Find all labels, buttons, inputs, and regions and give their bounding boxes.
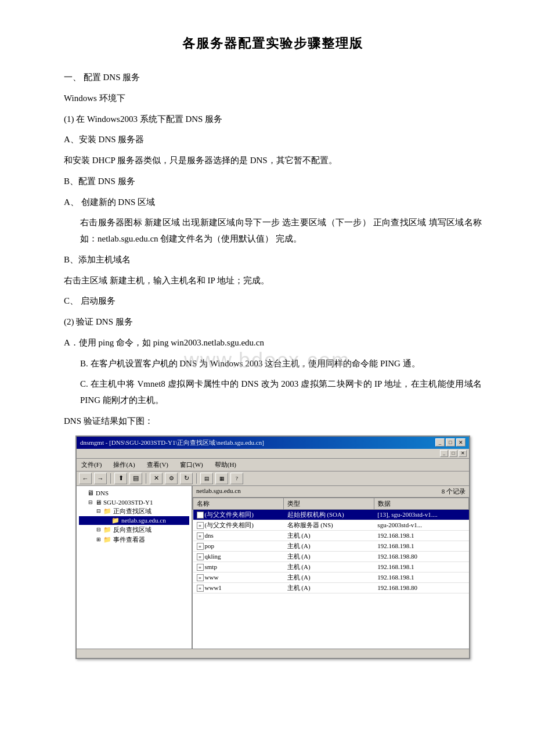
toolbar-sep-1 (110, 473, 111, 484)
section-s2: Windows 环境下 (64, 91, 482, 107)
mdi-restore[interactable]: □ (449, 450, 457, 457)
statusbar-text (80, 650, 82, 657)
record-type-icon: ≡ (197, 512, 204, 519)
dns-statusbar (77, 649, 469, 658)
cell-type: 主机 (A) (284, 551, 374, 561)
tree-label-server: SGU-2003STD-Y1 (103, 499, 153, 506)
maximize-button[interactable]: □ (446, 438, 455, 447)
doc-title: 各服务器配置实验步骤整理版 (64, 35, 482, 52)
col-type[interactable]: 类型 (284, 498, 374, 509)
dns-right-header: netlab.sgu.edu.cn 8 个记录 (193, 486, 469, 498)
table-row[interactable]: ≡dns主机 (A)192.168.198.1 (193, 530, 469, 541)
tree-item-forward[interactable]: ⊟ 📁 正向查找区域 (79, 506, 189, 516)
refresh-button[interactable]: ↻ (180, 473, 193, 484)
expand-netlab (103, 517, 110, 524)
delete-button[interactable]: ✕ (150, 473, 163, 484)
record-type-icon: ≡ (197, 574, 204, 581)
table-row[interactable]: ≡(与父文件夹相同)起始授权机构 (SOA)[13], sgu-2003std-… (193, 509, 469, 520)
menu-file[interactable]: 文件(F) (79, 460, 104, 470)
tree-item-dns[interactable]: 🖥 DNS (79, 488, 189, 498)
cell-type: 主机 (A) (284, 541, 374, 551)
toolbar-sep-3 (196, 473, 197, 484)
minimize-button[interactable]: _ (435, 438, 445, 447)
cell-name: ≡(与父文件夹相同) (193, 520, 284, 530)
table-row[interactable]: ≡pop主机 (A)192.168.198.1 (193, 541, 469, 551)
dns-title-text: dnsmgmt - [DNS\SGU-2003STD-Y1\正向查找区域\net… (80, 438, 264, 447)
tree-item-reverse[interactable]: ⊟ 📁 反向查找区域 (79, 525, 189, 535)
menu-window[interactable]: 窗口(W) (178, 460, 205, 470)
tree-label-reverse: 反向查找区域 (113, 525, 151, 534)
expand-forward: ⊟ (95, 507, 102, 514)
dns-right-panel: netlab.sgu.edu.cn 8 个记录 名称 类型 数据 ≡(与父文件夹… (193, 486, 469, 649)
table-row[interactable]: ≡smtp主机 (A)192.168.198.1 (193, 561, 469, 572)
folder-icon-netlab: 📁 (111, 517, 120, 524)
expand-reverse: ⊟ (95, 526, 102, 533)
back-button[interactable]: ← (79, 473, 92, 484)
export-button[interactable]: ▤ (200, 473, 213, 484)
record-type-icon: ≡ (197, 543, 204, 550)
dns-menubar: 文件(F) 操作(A) 查看(V) 窗口(W) 帮助(H) (77, 459, 469, 471)
table-row[interactable]: ≡www主机 (A)192.168.198.1 (193, 572, 469, 582)
folder-icon-forward: 📁 (103, 507, 111, 515)
cell-type: 名称服务器 (NS) (284, 520, 374, 530)
col-name[interactable]: 名称 (193, 498, 284, 509)
cell-name: ≡smtp (193, 561, 284, 572)
section-s6: B、配置 DNS 服务 (64, 174, 482, 190)
cell-data: 192.168.198.1 (374, 561, 468, 572)
table-row[interactable]: ≡(与父文件夹相同)名称服务器 (NS)sgu-2003std-v1... (193, 520, 469, 530)
cell-data: sgu-2003std-v1... (374, 520, 468, 530)
folder-icon-reverse: 📁 (103, 526, 111, 534)
tree-label-dns: DNS (96, 489, 109, 496)
section-s12: (2) 验证 DNS 服务 (64, 314, 482, 330)
tree-item-events[interactable]: ⊞ 📁 事件查看器 (79, 535, 189, 545)
up-button[interactable]: ⬆ (114, 473, 127, 484)
section-s5: 和安装 DHCP 服务器类似，只是服务器选择的是 DNS，其它暂不配置。 (64, 153, 482, 169)
section-s8: 右击服务器图标 新建区域 出现新建区域向导下一步 选主要区域（下一步） 正向查找… (80, 215, 482, 247)
section-s3: (1) 在 Windows2003 系统下配置 DNS 服务 (64, 111, 482, 128)
mdi-minimize[interactable]: _ (440, 450, 448, 457)
record-type-icon: ≡ (197, 553, 204, 560)
section-s4: A、安装 DNS 服务器 (64, 132, 482, 148)
dns-titlebar-buttons: _ □ ✕ (435, 438, 466, 447)
section-s10: 右击主区域 新建主机，输入主机名和 IP 地址；完成。 (64, 273, 482, 289)
help-button[interactable]: ? (230, 473, 243, 484)
cell-type: 主机 (A) (284, 572, 374, 582)
show-hide-button[interactable]: ▤ (129, 473, 142, 484)
dns-manager-window: dnsmgmt - [DNS\SGU-2003STD-Y1\正向查找区域\net… (75, 435, 470, 659)
table-row[interactable]: ≡www1主机 (A)192.168.198.80 (193, 582, 469, 593)
close-button[interactable]: ✕ (456, 438, 466, 447)
cell-name: ≡dns (193, 530, 284, 541)
section-s1: 一、 配置 DNS 服务 (64, 70, 482, 86)
col-data[interactable]: 数据 (374, 498, 468, 509)
tree-item-server[interactable]: ⊟ 🖥 SGU-2003STD-Y1 (79, 498, 189, 506)
expand-dns (79, 489, 86, 496)
record-type-icon: ≡ (197, 585, 204, 592)
properties-button[interactable]: ⚙ (165, 473, 178, 484)
section-s15: C. 在主机中将 Vmnet8 虚拟网卡属性中的 DNS 改为 2003 虚拟第… (80, 376, 482, 409)
tree-item-netlab[interactable]: 📁 netlab.sgu.edu.cn (79, 516, 189, 525)
cell-data: 192.168.198.80 (374, 551, 468, 561)
cell-data: 192.168.198.1 (374, 541, 468, 551)
cell-name: ≡www (193, 572, 284, 582)
cell-name: ≡qkling (193, 551, 284, 561)
table-row[interactable]: ≡qkling主机 (A)192.168.198.80 (193, 551, 469, 561)
cell-name: ≡pop (193, 541, 284, 551)
forward-button[interactable]: → (94, 473, 107, 484)
cell-data: [13], sgu-2003std-v1.... (374, 509, 468, 520)
cell-type: 主机 (A) (284, 530, 374, 541)
section-s7: A、 创建新的 DNS 区域 (64, 195, 482, 211)
filter-button[interactable]: ▦ (215, 473, 228, 484)
dns-computer-icon: 🖥 (87, 489, 94, 498)
record-type-icon: ≡ (197, 532, 204, 539)
menu-help[interactable]: 帮助(H) (212, 460, 239, 470)
tree-label-forward: 正向查找区域 (113, 507, 151, 516)
dns-tree-panel[interactable]: 🖥 DNS ⊟ 🖥 SGU-2003STD-Y1 ⊟ 📁 正向查找区域 📁 ne… (77, 486, 193, 649)
menu-action[interactable]: 操作(A) (111, 460, 137, 470)
tree-label-events: 事件查看器 (113, 535, 145, 544)
server-icon: 🖥 (95, 499, 102, 506)
dns-records-table: 名称 类型 数据 ≡(与父文件夹相同)起始授权机构 (SOA)[13], sgu… (193, 498, 469, 593)
right-header-domain: netlab.sgu.edu.cn (196, 487, 241, 496)
mdi-close[interactable]: ✕ (459, 450, 467, 457)
menu-view[interactable]: 查看(V) (145, 460, 171, 470)
section-s13: A．使用 ping 命令，如 ping win2003.netlab.sgu.e… (64, 335, 482, 351)
